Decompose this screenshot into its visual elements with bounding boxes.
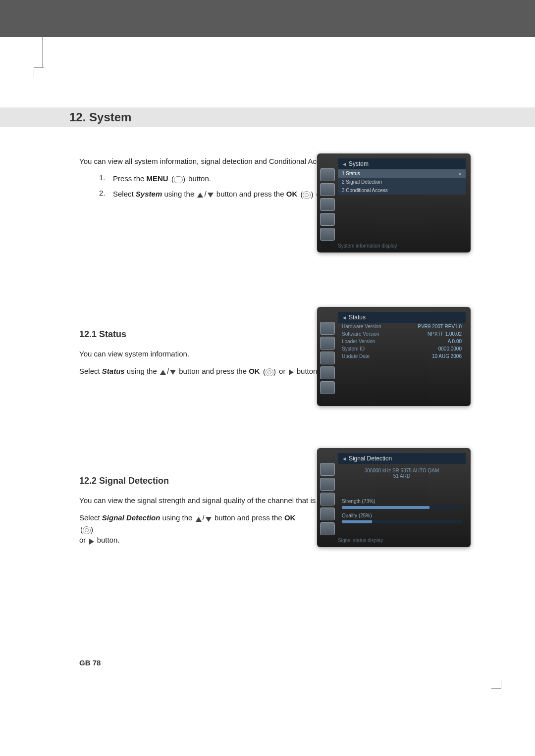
quality-bar <box>342 520 462 523</box>
strength-label: Strength (73%) <box>338 498 466 505</box>
up-arrow-icon <box>160 366 166 377</box>
vertical-rule <box>42 37 43 68</box>
down-arrow-icon <box>208 189 214 201</box>
page-number: GB 78 <box>79 658 101 667</box>
sidebar-icon <box>320 463 335 476</box>
menu-item-signal-detection: 2 Signal Detection <box>338 178 466 186</box>
menu-footer-hint: System information display <box>338 243 397 249</box>
menu-panel: System 1 Status ▸ 2 Signal Detection 3 C… <box>338 158 466 195</box>
sidebar-icon <box>320 228 335 241</box>
sidebar-icon <box>320 478 335 491</box>
menu-sidebar <box>320 463 335 535</box>
step-text: Press the MENU () button. <box>113 173 211 185</box>
status-row-update: Update Date 10 AUG 2006 <box>338 353 466 360</box>
strength-bar-fill <box>342 506 429 509</box>
status-title: Status <box>338 312 466 323</box>
crop-mark-tl <box>34 67 44 77</box>
up-arrow-icon <box>196 513 202 524</box>
menu-title: System <box>338 158 466 169</box>
signal-channel-info: 306000 kHz SR 6875 AUTO QAM 51 ARD <box>338 464 466 483</box>
status-row-loader: Loader Version A 0.00 <box>338 338 466 345</box>
step-number: 1. <box>99 173 109 182</box>
signal-title: Signal Detection <box>338 453 466 464</box>
sidebar-icon <box>320 352 335 364</box>
step-number: 2. <box>99 189 109 197</box>
crop-mark-br <box>491 679 501 689</box>
section-header-band: 12. System <box>0 107 535 127</box>
right-arrow-icon <box>289 366 294 377</box>
sidebar-icon <box>320 322 335 335</box>
menu-sidebar <box>320 322 335 394</box>
sidebar-icon <box>320 183 335 196</box>
sidebar-icon <box>320 507 335 520</box>
up-arrow-icon <box>197 189 203 201</box>
signal-panel: Signal Detection 306000 kHz SR 6875 AUTO… <box>338 453 466 526</box>
sidebar-icon <box>320 168 335 181</box>
sidebar-icon <box>320 337 335 350</box>
sidebar-icon <box>320 198 335 211</box>
menu-button-icon: () <box>171 174 185 185</box>
system-menu-screenshot: System 1 Status ▸ 2 Signal Detection 3 C… <box>317 153 471 252</box>
status-screenshot: Status Hardware Version PVR9 200T REV1.0… <box>317 307 471 406</box>
quality-bar-fill <box>342 520 372 523</box>
down-arrow-icon <box>170 366 176 377</box>
signal-detection-screenshot: Signal Detection 306000 kHz SR 6875 AUTO… <box>317 448 471 547</box>
strength-bar <box>342 506 462 509</box>
signal-footer-hint: Signal status display <box>338 538 383 543</box>
status-row-software: Software Version NPXTF 1.00.02 <box>338 330 466 338</box>
signal-instruction: Select Signal Detection using the / butt… <box>79 512 297 546</box>
sidebar-icon <box>320 213 335 226</box>
ok-button-icon: () <box>300 189 313 201</box>
down-arrow-icon <box>206 513 212 524</box>
sidebar-icon <box>320 366 335 379</box>
top-bar <box>0 0 535 37</box>
ok-button-icon: () <box>80 524 93 535</box>
status-row-systemid: System ID 0000.0000 <box>338 345 466 353</box>
chapter-title: 12. System <box>69 110 535 124</box>
menu-item-status: 1 Status ▸ <box>338 169 466 178</box>
right-arrow-icon <box>89 536 94 546</box>
right-chevron-icon: ▸ <box>459 171 462 176</box>
menu-sidebar <box>320 168 335 241</box>
menu-item-conditional-access: 3 Conditional Access <box>338 186 466 195</box>
sidebar-icon <box>320 522 335 535</box>
status-row-hardware: Hardware Version PVR9 200T REV1.0 <box>338 323 466 330</box>
sidebar-icon <box>320 381 335 394</box>
sidebar-icon <box>320 493 335 505</box>
quality-label: Quality (25%) <box>338 512 466 519</box>
ok-button-icon: () <box>263 366 276 377</box>
status-panel: Status Hardware Version PVR9 200T REV1.0… <box>338 312 466 360</box>
